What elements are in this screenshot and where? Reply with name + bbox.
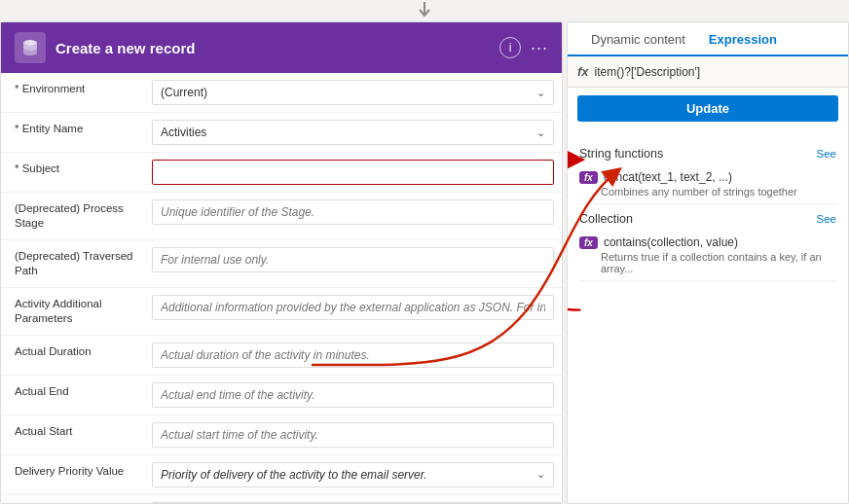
deprecated-traversed-path-field[interactable] <box>152 245 562 274</box>
actual-duration-input[interactable] <box>152 342 554 368</box>
fx-badge-concat: fx <box>579 171 598 184</box>
concat-function-name: fx concat(text_1, text_2, ...) <box>579 170 836 184</box>
collection-section-header: Collection See <box>579 204 836 230</box>
chevron-down-icon: ⌄ <box>536 87 545 99</box>
form-body: * Environment (Current) ⌄ * Entity Name … <box>1 73 562 503</box>
form-header: Create a new record i ··· <box>1 22 562 73</box>
contains-function-name: fx contains(collection, value) <box>579 235 836 249</box>
tab-dynamic-content[interactable]: Dynamic content <box>579 22 697 56</box>
contains-function-desc: Returns true if a collection contains a … <box>579 251 836 274</box>
concat-function-desc: Combines any number of strings together <box>579 186 836 198</box>
actual-duration-field[interactable] <box>152 341 562 370</box>
actual-duration-row: Actual Duration <box>1 336 562 376</box>
right-panel-tabs: Dynamic content Expression <box>568 22 848 56</box>
description-field-container[interactable]: fx item() × <box>152 500 562 503</box>
activity-additional-parameters-input[interactable] <box>152 295 554 320</box>
expression-bar: fx item()?['Description'] <box>568 56 848 88</box>
delivery-priority-value-field[interactable]: Priority of delivery of the activity to … <box>152 460 562 489</box>
description-row: Description fx item() × Add dynam <box>1 495 562 503</box>
actual-start-input[interactable] <box>152 422 554 448</box>
string-functions-section-header: String functions See <box>579 139 836 164</box>
right-panel-content: String functions See fx concat(text_1, t… <box>568 129 848 503</box>
deprecated-traversed-path-input[interactable] <box>152 247 554 272</box>
chevron-down-icon: ⌄ <box>536 126 545 139</box>
concat-function-item[interactable]: fx concat(text_1, text_2, ...) Combines … <box>579 164 836 204</box>
environment-select[interactable]: (Current) ⌄ <box>152 80 554 105</box>
update-button[interactable]: Update <box>577 95 838 122</box>
entity-name-select[interactable]: Activities ⌄ <box>152 120 554 145</box>
create-record-form: Create a new record i ··· * Environment … <box>0 21 563 504</box>
activity-additional-parameters-row: Activity Additional Parameters <box>1 288 562 336</box>
tab-expression[interactable]: Expression <box>697 22 789 56</box>
description-input[interactable]: fx item() × <box>152 502 562 503</box>
deprecated-process-stage-input[interactable] <box>152 199 554 225</box>
environment-label: * Environment <box>1 78 152 100</box>
database-icon <box>15 32 46 63</box>
info-button[interactable]: i <box>499 37 521 58</box>
deprecated-traversed-path-label: (Deprecated) Traversed Path <box>1 245 152 282</box>
collection-label: Collection <box>579 212 633 226</box>
more-button[interactable]: ··· <box>531 38 548 58</box>
fx-badge-contains: fx <box>579 236 598 249</box>
entity-name-field[interactable]: Activities ⌄ <box>152 118 562 147</box>
chevron-down-icon: ⌄ <box>536 468 545 481</box>
entity-name-row: * Entity Name Activities ⌄ <box>1 113 562 153</box>
entity-name-label: * Entity Name <box>1 118 152 140</box>
environment-row: * Environment (Current) ⌄ <box>1 73 562 113</box>
actual-end-label: Actual End <box>1 380 152 403</box>
delivery-priority-value-row: Delivery Priority Value Priority of deli… <box>1 455 562 495</box>
deprecated-process-stage-field[interactable] <box>152 198 562 227</box>
subject-label: * Subject <box>1 158 152 180</box>
environment-value: (Current) <box>161 86 207 99</box>
description-row-inner: Description fx item() × <box>1 500 562 503</box>
contains-function-item[interactable]: fx contains(collection, value) Returns t… <box>579 230 836 281</box>
top-connector <box>0 0 849 21</box>
expression-value: item()?['Description'] <box>595 65 701 79</box>
actual-start-row: Actual Start <box>1 415 562 455</box>
activity-additional-parameters-field[interactable] <box>152 293 562 322</box>
environment-field[interactable]: (Current) ⌄ <box>152 78 562 107</box>
subject-row: * Subject @item()?['Subject'] <box>1 153 562 193</box>
actual-end-field[interactable] <box>152 380 562 410</box>
header-actions: i ··· <box>499 37 548 58</box>
fx-expression-icon: fx <box>577 64 589 79</box>
actual-end-input[interactable] <box>152 382 554 408</box>
string-functions-label: String functions <box>579 147 663 161</box>
delivery-priority-value-placeholder: Priority of delivery of the activity to … <box>161 468 427 482</box>
delivery-priority-value-select[interactable]: Priority of delivery of the activity to … <box>152 462 554 487</box>
actual-duration-label: Actual Duration <box>1 341 152 363</box>
activity-additional-parameters-label: Activity Additional Parameters <box>1 293 152 330</box>
deprecated-process-stage-label: (Deprecated) Process Stage <box>1 198 152 234</box>
actual-start-label: Actual Start <box>1 420 152 443</box>
right-panel: Dynamic content Expression fx item()?['D… <box>567 21 849 504</box>
deprecated-traversed-path-row: (Deprecated) Traversed Path <box>1 240 562 288</box>
subject-field[interactable]: @item()?['Subject'] <box>152 158 562 187</box>
string-functions-see-link[interactable]: See <box>817 148 836 160</box>
form-title: Create a new record <box>55 40 490 56</box>
actual-end-row: Actual End <box>1 376 562 415</box>
svg-point-0 <box>23 40 37 46</box>
actual-start-field[interactable] <box>152 420 562 450</box>
collection-see-link[interactable]: See <box>817 213 836 225</box>
entity-name-value: Activities <box>161 126 206 139</box>
subject-input[interactable]: @item()?['Subject'] <box>152 160 554 185</box>
deprecated-process-stage-row: (Deprecated) Process Stage <box>1 193 562 240</box>
delivery-priority-value-label: Delivery Priority Value <box>1 460 152 483</box>
description-label: Description <box>1 500 152 503</box>
